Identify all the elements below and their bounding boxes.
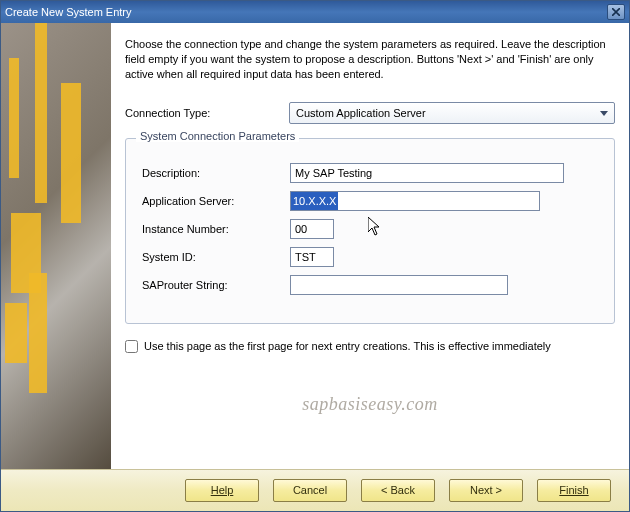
footer-button-bar: Help Cancel < Back Next > Finish — [1, 469, 629, 511]
saprouter-label: SAProuter String: — [142, 279, 290, 291]
system-connection-parameters-group: System Connection Parameters Description… — [125, 138, 615, 324]
help-button-label: Help — [211, 484, 234, 496]
connection-type-label: Connection Type: — [125, 107, 289, 119]
finish-button[interactable]: Finish — [537, 479, 611, 502]
cancel-button[interactable]: Cancel — [273, 479, 347, 502]
back-button[interactable]: < Back — [361, 479, 435, 502]
close-icon — [612, 8, 620, 16]
application-server-value-selected: 10.X.X.X — [291, 192, 338, 210]
description-input[interactable] — [290, 163, 564, 183]
connection-type-dropdown[interactable]: Custom Application Server — [289, 102, 615, 124]
group-legend: System Connection Parameters — [136, 130, 299, 142]
watermark-text: sapbasiseasy.com — [111, 394, 629, 415]
system-id-row: System ID: — [142, 247, 598, 267]
next-button[interactable]: Next > — [449, 479, 523, 502]
window-title: Create New System Entry — [5, 6, 607, 18]
description-row: Description: — [142, 163, 598, 183]
description-label: Description: — [142, 167, 290, 179]
instance-number-row: Instance Number: — [142, 219, 598, 239]
finish-button-label: Finish — [559, 484, 588, 496]
application-server-input[interactable]: 10.X.X.X — [290, 191, 540, 211]
system-id-label: System ID: — [142, 251, 290, 263]
use-first-page-label: Use this page as the first page for next… — [144, 340, 551, 352]
instance-number-input[interactable] — [290, 219, 334, 239]
saprouter-row: SAProuter String: — [142, 275, 598, 295]
content-body: Choose the connection type and change th… — [1, 23, 629, 469]
intro-text: Choose the connection type and change th… — [125, 37, 615, 82]
close-button[interactable] — [607, 4, 625, 20]
connection-type-row: Connection Type: Custom Application Serv… — [125, 102, 615, 124]
use-first-page-row: Use this page as the first page for next… — [125, 340, 615, 353]
instance-number-label: Instance Number: — [142, 223, 290, 235]
mouse-cursor-icon — [368, 217, 383, 241]
saprouter-input[interactable] — [290, 275, 508, 295]
main-panel: Choose the connection type and change th… — [111, 23, 629, 469]
title-bar: Create New System Entry — [1, 1, 629, 23]
use-first-page-checkbox[interactable] — [125, 340, 138, 353]
decorative-sidebar — [1, 23, 111, 469]
application-server-label: Application Server: — [142, 195, 290, 207]
connection-type-value: Custom Application Server — [296, 107, 426, 119]
window: Create New System Entry Choose the conne… — [0, 0, 630, 512]
system-id-input[interactable] — [290, 247, 334, 267]
help-button[interactable]: Help — [185, 479, 259, 502]
application-server-row: Application Server: 10.X.X.X — [142, 191, 598, 211]
